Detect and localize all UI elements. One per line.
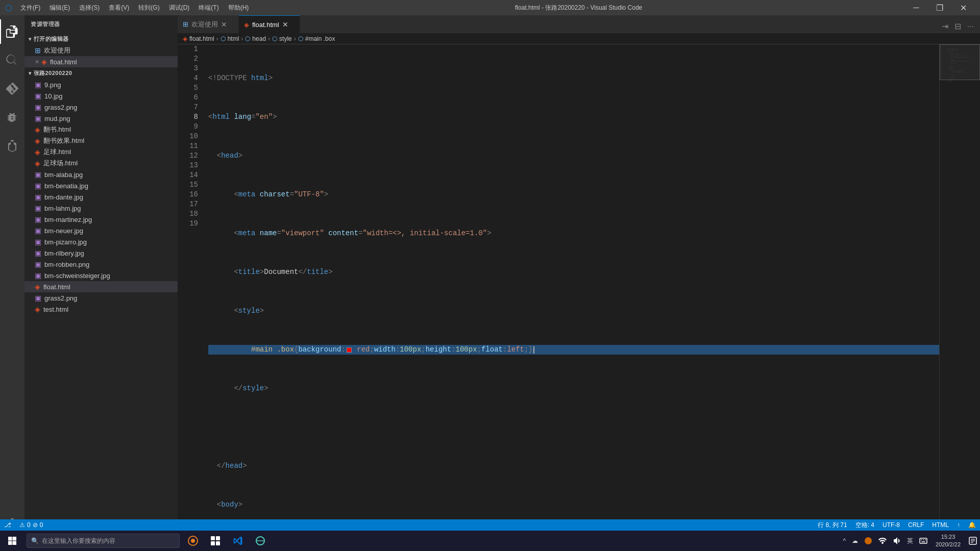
- bc-main-box[interactable]: #main .box: [305, 35, 335, 42]
- tray-volume[interactable]: [890, 531, 904, 551]
- file-bm-neuer[interactable]: ▣ bm-neuer.jpg: [24, 225, 178, 236]
- bc-head[interactable]: head: [252, 35, 266, 42]
- split-editor-icon[interactable]: ⇥: [940, 19, 950, 33]
- tab-float-html[interactable]: ◈ float.html ✕: [239, 15, 300, 33]
- close-button[interactable]: ✕: [951, 0, 975, 15]
- layout-icon[interactable]: ⊟: [952, 19, 963, 33]
- bc-html-node-icon: ⬡: [220, 35, 226, 42]
- status-line-ending[interactable]: CRLF: [904, 519, 928, 531]
- minimap: <!DOCTYPE html> <html lang="en"> <head> …: [939, 44, 980, 540]
- file-bm-dante[interactable]: ▣ bm-dante.jpg: [24, 191, 178, 203]
- file-fanshuzhtml[interactable]: ◈ 翻书.html: [24, 124, 178, 135]
- line-num-4: 4: [178, 73, 198, 83]
- tab-float-close[interactable]: ✕: [282, 20, 288, 29]
- close-float-icon[interactable]: ✕: [35, 59, 39, 65]
- taskbar-vscode[interactable]: [227, 531, 249, 551]
- win-start-button[interactable]: [0, 531, 24, 551]
- tab-welcome-close[interactable]: ✕: [221, 20, 227, 29]
- menu-help[interactable]: 帮助(H): [224, 2, 253, 14]
- bc-float-html[interactable]: float.html: [189, 35, 214, 42]
- win-taskbar: 🔍 在这里输入你要搜索的内容 ^ ☁ 英 15:: [0, 531, 980, 551]
- sidebar-item-float-label: float.html: [50, 58, 77, 66]
- status-encoding[interactable]: UTF-8: [878, 519, 904, 531]
- win-search-box[interactable]: 🔍 在这里输入你要搜索的内容: [27, 534, 180, 548]
- language-text: HTML: [932, 521, 949, 529]
- svg-rect-3: [216, 536, 220, 540]
- tray-onedrive[interactable]: ☁: [849, 531, 861, 551]
- file-bm-martinez[interactable]: ▣ bm-martinez.jpg: [24, 214, 178, 225]
- file-bm-rilbery[interactable]: ▣ bm-rilbery.jpg: [24, 247, 178, 259]
- title-bar-menu: 文件(F) 编辑(E) 选择(S) 查看(V) 转到(G) 调试(D) 终端(T…: [16, 2, 253, 14]
- file-zuqiuchanghtml[interactable]: ◈ 足球场.html: [24, 158, 178, 169]
- file-bm-alaba[interactable]: ▣ bm-alaba.jpg: [24, 169, 178, 180]
- menu-edit[interactable]: 编辑(E): [45, 2, 74, 14]
- file-bm-schweinsteiger[interactable]: ▣ bm-schweinsteiger.jpg: [24, 270, 178, 281]
- line-num-7: 7: [178, 103, 198, 112]
- line-col-text: 行 8, 列 71: [818, 521, 847, 530]
- taskbar-cortana[interactable]: [182, 531, 204, 551]
- notification-center[interactable]: [966, 531, 980, 551]
- line-num-17: 17: [178, 199, 198, 209]
- win-search-placeholder: 在这里输入你要搜索的内容: [42, 537, 115, 545]
- status-upload[interactable]: ↑: [953, 519, 964, 531]
- file-bm-robben[interactable]: ▣ bm-robben.png: [24, 259, 178, 270]
- tab-welcome[interactable]: ⊞ 欢迎使用 ✕: [178, 15, 239, 33]
- file-grass2png[interactable]: ▣ grass2.png: [24, 102, 178, 113]
- project-section[interactable]: ▾ 张路20200220: [24, 67, 178, 79]
- system-clock[interactable]: 15:23 2020/2/22: [930, 531, 966, 551]
- tray-keyboard[interactable]: [916, 531, 930, 551]
- status-bell[interactable]: 🔔: [964, 519, 980, 531]
- status-spaces[interactable]: 空格: 4: [851, 519, 878, 531]
- more-actions-icon[interactable]: ···: [965, 20, 976, 33]
- line-num-5: 5: [178, 83, 198, 93]
- code-line-4: <meta charset="UTF-8">: [208, 190, 939, 199]
- file-bm-benatia[interactable]: ▣ bm-benatia.jpg: [24, 180, 178, 191]
- line-num-1: 1: [178, 44, 198, 54]
- maximize-button[interactable]: ❐: [928, 0, 951, 15]
- tray-user[interactable]: [861, 531, 875, 551]
- file-bm-pizarro[interactable]: ▣ bm-pizarro.jpg: [24, 236, 178, 247]
- file-zuqiuhtml[interactable]: ◈ 足球.html: [24, 146, 178, 158]
- taskbar-browser[interactable]: [249, 531, 272, 551]
- activity-files-icon[interactable]: [0, 19, 24, 44]
- html-icon-active: ◈: [35, 283, 40, 291]
- title-bar-controls: ─ ❐ ✕: [904, 0, 975, 15]
- sidebar-item-float-html-open[interactable]: ✕ ◈ float.html: [24, 56, 178, 67]
- open-editors-section[interactable]: ▾ 打开的编辑器: [24, 33, 178, 45]
- tray-language[interactable]: 英: [904, 531, 916, 551]
- file-9png[interactable]: ▣ 9.png: [24, 79, 178, 90]
- line-num-15: 15: [178, 180, 198, 190]
- activity-search-icon[interactable]: [0, 48, 24, 72]
- sidebar-item-welcome[interactable]: ⊞ 欢迎使用: [24, 45, 178, 56]
- tray-network[interactable]: [875, 531, 890, 551]
- menu-file[interactable]: 文件(F): [16, 2, 44, 14]
- title-bar-title: float.html - 张路20200220 - Visual Studio …: [253, 4, 904, 12]
- file-tree: ▣ 9.png ▣ 10.jpg ▣ grass2.png ▣ mud.png …: [24, 79, 178, 528]
- status-language[interactable]: HTML: [928, 519, 953, 531]
- minimize-button[interactable]: ─: [904, 0, 928, 15]
- file-grass2-png[interactable]: ▣ grass2.png: [24, 292, 178, 304]
- file-float-html[interactable]: ◈ float.html: [24, 281, 178, 292]
- menu-terminal[interactable]: 终端(T): [194, 2, 223, 14]
- activity-extensions-icon[interactable]: [0, 134, 24, 158]
- file-bm-lahm[interactable]: ▣ bm-lahm.jpg: [24, 203, 178, 214]
- status-git[interactable]: ⎇: [0, 519, 15, 531]
- status-line-col[interactable]: 行 8, 列 71: [814, 519, 851, 531]
- activity-git-icon[interactable]: [0, 77, 24, 101]
- menu-debug[interactable]: 调试(D): [165, 2, 194, 14]
- file-mudpng[interactable]: ▣ mud.png: [24, 113, 178, 124]
- menu-select[interactable]: 选择(S): [75, 2, 104, 14]
- bc-html[interactable]: html: [228, 35, 239, 42]
- bc-style[interactable]: style: [279, 35, 292, 42]
- menu-goto[interactable]: 转到(G): [134, 2, 163, 14]
- tray-expand[interactable]: ^: [840, 531, 849, 551]
- code-content[interactable]: <!DOCTYPE html> <html lang="en"> <head> …: [203, 44, 939, 540]
- file-10jpg[interactable]: ▣ 10.jpg: [24, 90, 178, 102]
- status-errors[interactable]: ⚠ 0 ⊘ 0: [15, 519, 47, 531]
- activity-debug-icon[interactable]: [0, 105, 24, 130]
- menu-view[interactable]: 查看(V): [105, 2, 133, 14]
- file-test-html[interactable]: ◈ test.html: [24, 304, 178, 315]
- open-editors-chevron: ▾: [29, 36, 32, 42]
- file-fanshuxiaoguohtml[interactable]: ◈ 翻书效果.html: [24, 135, 178, 146]
- taskbar-taskview[interactable]: [204, 531, 227, 551]
